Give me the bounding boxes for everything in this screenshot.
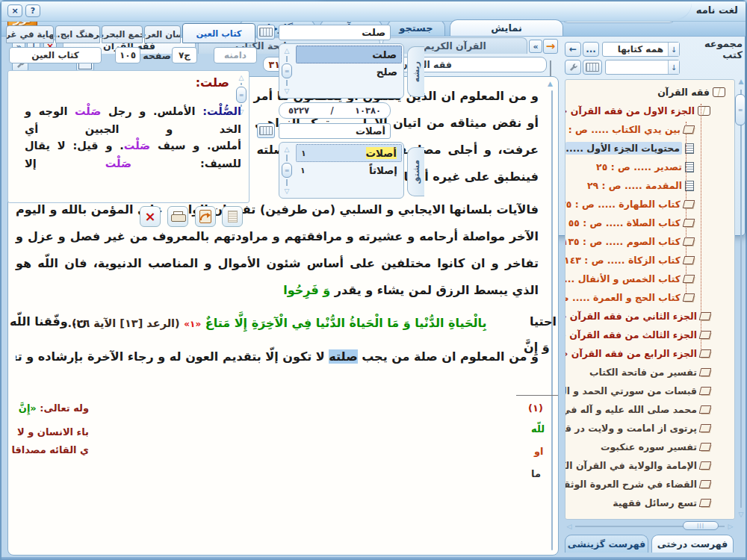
derived-vertical-tab[interactable]: مشتق [407, 147, 424, 196]
tree-scroll-left-icon[interactable]: ◁ [565, 521, 574, 532]
dict-volume-box[interactable]: ج٧ [172, 47, 197, 63]
tree-item[interactable]: الإمامة والولایة في القرآن الکریم [565, 456, 734, 475]
root-keyboard-button[interactable] [257, 25, 275, 40]
derived-list-group: أصلات١ إصلاتاً١ △ ≡ ▽ [279, 142, 404, 199]
tree-item[interactable]: کتاب الحج و العمرة ..... ص [565, 288, 734, 307]
book-icon [683, 293, 695, 302]
tree-scroll-right-icon[interactable]: ▷ [726, 521, 735, 532]
tree-item[interactable]: تسع رسائل فقهیة [565, 494, 734, 512]
tab-search[interactable]: جستجو [387, 19, 445, 36]
clipboard-export-icon [199, 210, 211, 223]
tree-item[interactable]: القضاء في شرح العروة الوثقی [565, 475, 734, 494]
forward-arrow-icon: → [546, 40, 556, 53]
dict-tab-ain[interactable]: کتاب العین [182, 23, 255, 43]
tree-scrollbar-track[interactable] [740, 90, 742, 508]
tree-item[interactable]: کتاب الصلاة ..... ص : ٥٥ [565, 214, 734, 232]
root-slider-thumb[interactable]: ≡ [282, 63, 292, 78]
derived-slider-thumb[interactable]: ≡ [282, 163, 292, 178]
book-icon [699, 461, 712, 470]
footnote-marker-ref: «١» [184, 319, 201, 329]
tree-hscrollbar-thumb[interactable]: ||| [683, 521, 719, 530]
tree-scroll-up-icon[interactable]: ▲ [737, 78, 746, 85]
tree-item[interactable]: الجزء الثاني من فقه القرآن «ال [565, 307, 734, 326]
dialog-title-bar[interactable]: × ? لغت نامه [1, 1, 746, 22]
root-search-input[interactable] [279, 25, 391, 40]
root-list-item[interactable]: صلح [296, 63, 402, 80]
tab-tree-index[interactable]: فهرست درختی [651, 535, 734, 553]
derived-slider[interactable]: △ ≡ ▽ [279, 143, 294, 198]
tree-item[interactable]: الجزء الاول من فقه القرآن «الع [565, 102, 734, 120]
tree-item[interactable]: پرتوی از امامت و ولایت در قرآن ک [565, 419, 734, 438]
scroll-up-icon[interactable]: △ [285, 47, 290, 55]
document-icon [228, 211, 238, 223]
tree-item[interactable]: قبسات من سورتي الحمد و القدر [565, 382, 734, 400]
derived-list-item[interactable]: إصلاتاً١ [296, 162, 402, 178]
entry-slider-thumb[interactable]: ≡ [236, 87, 247, 103]
footnote-separator [516, 395, 558, 396]
tree-item[interactable]: فقه القرآن [565, 83, 734, 102]
footnote-marker: (١) [528, 402, 543, 414]
tree-item[interactable]: تصدیر ..... ص : ٢٥ [565, 158, 734, 176]
tree-item[interactable]: المقدمة ..... ص : ٢٩ [565, 176, 734, 195]
root-list-item-selected[interactable]: صلت [296, 46, 402, 63]
derived-search-input[interactable] [279, 123, 391, 139]
doc-tab-quran-karim[interactable]: القرآن الکریم [382, 37, 527, 54]
text-fragment-left-1: ن. وفّقنا اللّه [10, 314, 87, 329]
root-vertical-tab[interactable]: ریشه [407, 46, 424, 97]
export-button[interactable] [195, 206, 216, 227]
tree-item[interactable]: کتاب الخمس و الأنفال ..... [565, 270, 734, 288]
text-fragment-right-2: وَ إِنَّ [524, 340, 550, 354]
dialog-close-button[interactable]: × [7, 4, 22, 17]
root-list-group: صلت صلح △ ≡ ▽ [279, 43, 404, 99]
chevron-down-icon[interactable]: ↓ [668, 60, 679, 74]
collection-combo[interactable]: ↓ همه کتابها [602, 42, 680, 57]
dict-tab-lisan[interactable]: لسان العرب [144, 25, 181, 43]
more-button[interactable]: ... [583, 42, 599, 57]
bookmark-button[interactable] [550, 61, 551, 75]
counter-right: ١٠٣٨٠ [355, 105, 381, 116]
print-button[interactable] [167, 206, 188, 227]
scope-button[interactable]: دامنه [214, 47, 257, 63]
book-icon [699, 480, 712, 488]
tab-selective-index[interactable]: فهرست گزینشی [565, 535, 648, 553]
tree-item[interactable]: الجزء الرابع من فقه القرآن «الا [565, 344, 734, 363]
dialog-close-entry-button[interactable]: × [140, 206, 161, 227]
chevron-down-icon[interactable]: ↓ [668, 43, 679, 56]
derived-list-item-selected[interactable]: أصلات١ [296, 144, 402, 162]
footnote-frag-red: او [534, 446, 544, 457]
keyboard-icon [259, 126, 273, 135]
tree-item[interactable]: تفسیر سوره عنکبوت [565, 438, 734, 456]
back-button[interactable]: ← [565, 42, 581, 57]
scroll-up-icon[interactable]: △ [239, 74, 244, 81]
tree-scrollbar-thumb[interactable]: ≡ [735, 94, 746, 125]
dict-tab-nahaya[interactable]: النهایة في غر... [6, 25, 54, 43]
document-view-button[interactable] [222, 206, 243, 227]
filter-combo[interactable]: ↓ [605, 60, 680, 75]
tab-display[interactable]: نمایش [450, 19, 563, 36]
paragraph-2-text: فالآیات بلسانها الایجابي و السلبي (من طر… [16, 202, 539, 297]
keyboard-button[interactable] [583, 60, 602, 75]
scroll-down-icon[interactable]: ▽ [285, 87, 290, 95]
tree-item[interactable]: بین یدي الکتاب ..... ص : ٧ [565, 120, 734, 139]
book-icon [683, 275, 695, 283]
tree-item[interactable]: کتاب الصوم ..... ص : ١٣٥ [565, 232, 734, 251]
tab-overflow-button[interactable]: » [529, 40, 542, 53]
dict-page-box[interactable]: ١٠٥ [115, 47, 140, 63]
tree-item[interactable]: تفسیر من فاتحة الکتاب [565, 363, 734, 382]
forward-nav-button[interactable]: → [543, 39, 558, 54]
scroll-up-icon[interactable]: △ [285, 146, 290, 153]
tree-item[interactable]: الجزء الثالث من فقه القرآن «ال [565, 326, 734, 344]
dict-tab-farhang[interactable]: فرهنگ ابج... [55, 25, 100, 43]
tree-item-selected[interactable]: محتویات الجزء الأول ..... ص [565, 139, 734, 158]
tree-item[interactable]: کتاب الزکاة ..... ص : ١٤٣ [565, 251, 734, 270]
scroll-down-icon[interactable]: ▽ [285, 187, 290, 195]
root-slider[interactable]: △ ≡ ▽ [279, 44, 294, 98]
dict-tab-majma[interactable]: مجمع البحرین [102, 25, 143, 43]
tree-scroll-down-icon[interactable]: ▽ [737, 511, 746, 518]
tree-item[interactable]: کتاب الطهارة ..... ص : ٣٥ [565, 195, 734, 214]
tree-settings-button[interactable] [565, 60, 581, 75]
dialog-help-button[interactable]: ? [25, 4, 40, 17]
derived-keyboard-button[interactable] [257, 123, 275, 138]
scroll-up-icon[interactable]: ▲ [548, 80, 553, 87]
tree-item[interactable]: محمد صلی الله علیه و آله في القرآن [565, 400, 734, 419]
